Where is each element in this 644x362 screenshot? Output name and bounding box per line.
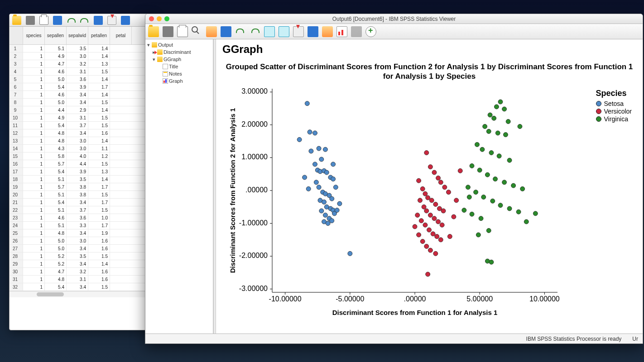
row-number[interactable]: 3 — [10, 60, 23, 67]
cell[interactable]: 5.2 — [45, 252, 67, 260]
cell[interactable]: 3.9 — [67, 83, 88, 90]
cell[interactable]: 1 — [23, 176, 45, 183]
cell[interactable]: 3.0 — [67, 237, 88, 244]
cell[interactable]: 1 — [23, 122, 45, 129]
table-row[interactable]: 1815.13.51.4 — [10, 176, 154, 183]
cell[interactable]: 1.5 — [88, 68, 110, 75]
cell[interactable]: 1.5 — [88, 252, 110, 260]
undo-icon[interactable] — [235, 26, 246, 37]
cell[interactable]: 1.4 — [88, 76, 110, 83]
cell[interactable]: 5.4 — [45, 122, 67, 129]
cell[interactable]: 4.8 — [45, 129, 67, 137]
cell[interactable]: 1.4 — [88, 137, 110, 144]
cell[interactable]: 1 — [23, 168, 45, 175]
row-number[interactable]: 2 — [10, 52, 23, 60]
cell[interactable]: 1.5 — [88, 191, 110, 198]
cell[interactable]: 5.7 — [45, 160, 67, 167]
cell[interactable]: 4.4 — [67, 160, 88, 167]
row-number[interactable]: 19 — [10, 183, 23, 191]
cell[interactable]: 3.7 — [67, 122, 88, 129]
table-row[interactable]: 2415.13.31.7 — [10, 222, 154, 229]
select-last-output-icon[interactable] — [322, 26, 333, 37]
cell[interactable]: 1 — [23, 206, 45, 214]
cell[interactable]: 1 — [23, 252, 45, 260]
cell[interactable]: 1 — [23, 60, 45, 67]
cell[interactable]: 1 — [23, 276, 45, 283]
cell[interactable]: 3.8 — [67, 191, 88, 198]
cell[interactable]: 3.9 — [67, 168, 88, 175]
row-number[interactable]: 18 — [10, 176, 23, 183]
nav-discriminant[interactable]: Discriminant — [163, 49, 191, 55]
cell[interactable]: 1.5 — [88, 99, 110, 106]
open-icon[interactable] — [12, 16, 21, 25]
cell[interactable]: 1 — [23, 214, 45, 221]
cell[interactable]: 3.4 — [67, 129, 88, 137]
cell[interactable]: 1.0 — [88, 214, 110, 221]
nav-notes[interactable]: Notes — [169, 71, 182, 76]
cell[interactable]: 1.5 — [88, 122, 110, 129]
cell[interactable]: 1.7 — [88, 222, 110, 229]
cell[interactable]: 1 — [23, 152, 45, 160]
row-number[interactable]: 17 — [10, 168, 23, 175]
cell[interactable]: 5.0 — [45, 245, 67, 252]
cell[interactable]: 3.4 — [67, 91, 88, 98]
cell[interactable]: 1.7 — [88, 83, 110, 90]
row-number[interactable]: 32 — [10, 283, 23, 291]
row-number[interactable]: 10 — [10, 114, 23, 121]
goto-variable-icon[interactable] — [293, 26, 304, 37]
cell[interactable]: 1 — [23, 114, 45, 121]
cell[interactable]: 4.6 — [45, 214, 67, 221]
cell[interactable]: 1.2 — [88, 152, 110, 160]
cell[interactable]: 3.1 — [67, 276, 88, 283]
cell[interactable]: 4.6 — [45, 68, 67, 75]
table-row[interactable]: 515.03.61.4 — [10, 76, 154, 83]
cell[interactable]: 1.3 — [88, 60, 110, 67]
cell[interactable]: 4.8 — [45, 276, 67, 283]
row-number[interactable]: 16 — [10, 160, 23, 167]
cell[interactable]: 1 — [23, 268, 45, 275]
cell[interactable]: 3.2 — [67, 60, 88, 67]
cell[interactable]: 4.7 — [45, 268, 67, 275]
cell[interactable]: 1 — [23, 91, 45, 98]
row-number[interactable]: 13 — [10, 137, 23, 144]
cell[interactable]: 4.3 — [45, 145, 67, 152]
print-icon[interactable] — [177, 26, 188, 37]
table-row[interactable]: 2115.43.41.7 — [10, 199, 154, 206]
cell[interactable]: 1.4 — [88, 45, 110, 52]
cell[interactable]: 4.4 — [45, 106, 67, 114]
cell[interactable]: 1 — [23, 106, 45, 114]
print-icon[interactable] — [39, 16, 48, 25]
cell[interactable]: 3.4 — [67, 260, 88, 267]
cell[interactable]: 5.4 — [45, 283, 67, 291]
cell[interactable]: 1.1 — [88, 145, 110, 152]
variables-icon[interactable] — [308, 26, 318, 37]
expand-ggraph-icon[interactable]: ▾ — [152, 57, 156, 62]
cell[interactable]: 3.4 — [67, 229, 88, 237]
cell[interactable]: 1.6 — [88, 276, 110, 283]
cell[interactable]: 3.3 — [67, 222, 88, 229]
cell[interactable]: 1.6 — [88, 245, 110, 252]
cell[interactable]: 1 — [23, 183, 45, 191]
cell[interactable]: 1 — [23, 129, 45, 137]
cell[interactable]: 1 — [23, 76, 45, 83]
cell[interactable]: 1.6 — [88, 268, 110, 275]
row-number[interactable]: 27 — [10, 245, 23, 252]
table-row[interactable]: 414.63.11.5 — [10, 68, 154, 76]
table-row[interactable]: 2015.13.81.5 — [10, 191, 154, 199]
variables-icon[interactable] — [121, 16, 130, 25]
table-row[interactable]: 615.43.91.7 — [10, 83, 154, 91]
row-number[interactable]: 26 — [10, 237, 23, 244]
row-number[interactable]: 6 — [10, 83, 23, 90]
cell[interactable]: 3.5 — [67, 176, 88, 183]
table-row[interactable]: 2915.23.41.4 — [10, 260, 154, 268]
table-row[interactable]: 2715.03.41.6 — [10, 245, 154, 252]
cell[interactable]: 1.3 — [88, 168, 110, 175]
cell[interactable]: 4.9 — [45, 52, 67, 60]
cell[interactable]: 3.5 — [67, 45, 88, 52]
cell[interactable]: 1.6 — [88, 237, 110, 244]
cell[interactable]: 3.0 — [67, 52, 88, 60]
cell[interactable]: 3.0 — [67, 145, 88, 152]
create-graph-icon[interactable] — [365, 26, 376, 37]
save-icon[interactable] — [163, 26, 173, 37]
cell[interactable]: 1 — [23, 52, 45, 60]
